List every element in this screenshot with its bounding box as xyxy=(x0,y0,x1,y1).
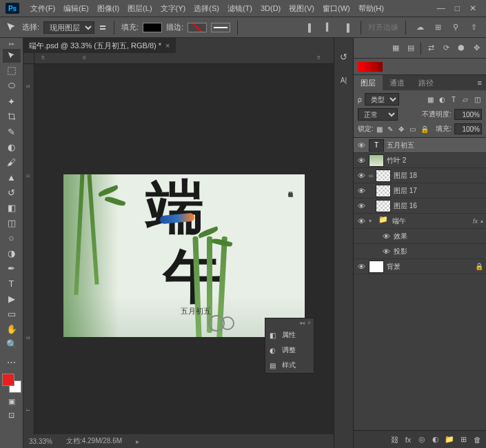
layer-row[interactable]: 👁 图层 16 xyxy=(354,198,486,214)
tab-paths[interactable]: 路径 xyxy=(412,75,441,90)
layer-thumbnail[interactable] xyxy=(369,261,384,273)
zoom-level[interactable]: 33.33% xyxy=(29,438,52,445)
share-icon[interactable]: ⇪ xyxy=(467,21,480,34)
flip-icon[interactable]: ⇄ xyxy=(424,41,438,55)
properties-row[interactable]: ◧属性 xyxy=(265,327,314,343)
visibility-icon[interactable]: 👁 xyxy=(381,247,391,256)
visibility-icon[interactable]: 👁 xyxy=(356,141,366,150)
layer-row[interactable]: 👁 ∞ 图层 18 xyxy=(354,168,486,183)
layer-thumbnail[interactable] xyxy=(376,200,391,212)
layer-style-icon[interactable]: fx xyxy=(402,434,414,446)
lock-all-icon[interactable]: 🔒 xyxy=(421,125,429,133)
layer-name[interactable]: 端午 xyxy=(392,216,470,226)
layer-name[interactable]: 背景 xyxy=(387,262,472,272)
panel-menu-icon[interactable]: ≡ xyxy=(474,75,486,90)
canvas[interactable]: 端 午 五月初五 端午临仲夏时清日复长 xyxy=(63,174,305,337)
layer-row[interactable]: 👁 ▾ 📁 端午 fx ▴ xyxy=(354,214,486,229)
stroke-swatch[interactable] xyxy=(188,23,207,32)
menu-image[interactable]: 图像(I) xyxy=(93,3,123,14)
select-target-dropdown[interactable]: 现用图层 xyxy=(43,21,94,34)
eraser-tool[interactable]: ◧ xyxy=(3,201,21,214)
lock-image-icon[interactable]: ✎ xyxy=(387,125,396,133)
character-panel-icon[interactable]: A| xyxy=(338,74,350,86)
crop-tool[interactable] xyxy=(3,110,21,123)
layer-thumbnail[interactable] xyxy=(376,170,391,182)
menu-3d[interactable]: 3D(D) xyxy=(256,4,285,12)
layer-row[interactable]: 👁 背景 🔒 xyxy=(354,259,486,274)
layer-name[interactable]: 五月初五 xyxy=(387,141,483,150)
styles-row[interactable]: ▤样式 xyxy=(265,358,314,373)
eyedropper-tool[interactable]: ✎ xyxy=(3,125,21,139)
layer-name[interactable]: 图层 18 xyxy=(394,171,483,181)
menu-layer[interactable]: 图层(L) xyxy=(123,3,156,14)
layer-thumbnail[interactable]: T xyxy=(369,139,384,152)
visibility-icon[interactable]: 👁 xyxy=(381,232,391,241)
gradient-tool[interactable]: ◫ xyxy=(3,216,21,230)
menu-window[interactable]: 窗口(W) xyxy=(318,3,354,14)
history-brush-tool[interactable]: ↺ xyxy=(3,185,21,199)
filter-type-icon[interactable]: T xyxy=(449,96,458,103)
visibility-icon[interactable]: 👁 xyxy=(356,187,366,195)
zoom-tool[interactable]: 🔍 xyxy=(3,337,21,351)
filter-smart-icon[interactable]: ◫ xyxy=(472,96,482,103)
visibility-icon[interactable]: 👁 xyxy=(356,263,366,271)
disclosure-icon[interactable]: ▾ xyxy=(369,218,376,224)
dodge-tool[interactable]: ◑ xyxy=(3,246,21,260)
tab-layers[interactable]: 图层 xyxy=(354,75,383,90)
grid-view-icon[interactable]: ▦ xyxy=(389,41,403,55)
clone-stamp-tool[interactable]: ▲ xyxy=(3,170,21,184)
marquee-tool[interactable] xyxy=(3,64,21,78)
move-tool[interactable] xyxy=(3,49,21,63)
toolbox-collapse-icon[interactable]: ▸▸ xyxy=(9,39,14,48)
menu-type[interactable]: 文字(Y) xyxy=(156,3,190,14)
toggle-panel-icon[interactable]: ⊞ xyxy=(431,21,445,34)
new-layer-icon[interactable]: ⊞ xyxy=(457,434,469,446)
layer-thumbnail[interactable] xyxy=(369,154,384,167)
color-ramp[interactable] xyxy=(354,59,486,75)
delete-layer-icon[interactable]: 🗑 xyxy=(471,434,483,446)
quick-mask-icon[interactable]: ▣ xyxy=(4,396,19,407)
3d-icon[interactable]: ⬢ xyxy=(454,41,468,55)
align-center-icon[interactable]: ▍ xyxy=(322,21,336,34)
pen-tool[interactable]: ✒ xyxy=(3,261,21,275)
move-tool-icon[interactable] xyxy=(6,21,18,34)
visibility-icon[interactable]: 👁 xyxy=(356,217,366,225)
rotate-icon[interactable]: ⟳ xyxy=(439,41,453,55)
layer-effect-row[interactable]: 👁 效果 xyxy=(354,229,486,244)
filter-shape-icon[interactable]: ▱ xyxy=(460,96,470,103)
layer-row[interactable]: 👁 图层 17 xyxy=(354,183,486,198)
layer-row[interactable]: 👁 竹叶 2 xyxy=(354,153,486,168)
close-tab-icon[interactable]: × xyxy=(165,41,170,50)
rectangle-tool[interactable]: ▭ xyxy=(3,307,21,320)
edit-toolbar-icon[interactable]: ⋯ xyxy=(3,355,21,369)
adjustments-row[interactable]: ◐调整 xyxy=(265,343,314,358)
layer-name[interactable]: 图层 17 xyxy=(394,186,483,196)
lasso-tool[interactable] xyxy=(3,79,21,93)
blur-tool[interactable]: ○ xyxy=(3,231,21,245)
lock-position-icon[interactable]: ✥ xyxy=(398,125,407,133)
fx-indicator[interactable]: fx xyxy=(473,218,478,225)
select-settings-icon[interactable] xyxy=(99,23,107,32)
tab-channels[interactable]: 通道 xyxy=(383,75,412,90)
menu-filter[interactable]: 滤镜(T) xyxy=(223,3,256,14)
layer-mask-icon[interactable]: ◎ xyxy=(416,434,428,446)
drag-icon[interactable]: ✥ xyxy=(469,41,483,55)
horizontal-ruler[interactable]: 5 0 5 xyxy=(34,53,334,64)
layer-effect-row[interactable]: 👁 投影 xyxy=(354,244,486,259)
stroke-width-icon[interactable] xyxy=(211,23,230,32)
fill-opacity-input[interactable] xyxy=(454,123,482,134)
type-tool[interactable]: T xyxy=(3,276,21,290)
minimize-button[interactable]: — xyxy=(437,3,445,13)
healing-brush-tool[interactable]: ◐ xyxy=(3,140,21,154)
layer-thumbnail[interactable] xyxy=(376,185,391,197)
align-right-icon[interactable]: ▐ xyxy=(340,21,354,34)
adjustment-layer-icon[interactable]: ◐ xyxy=(429,434,442,446)
brush-tool[interactable]: 🖌 xyxy=(3,155,21,169)
filter-pixel-icon[interactable]: ▦ xyxy=(425,96,435,103)
panel-menu-icon[interactable]: ≡ xyxy=(307,320,311,326)
search-icon[interactable]: ⚲ xyxy=(449,21,463,34)
menu-edit[interactable]: 编辑(E) xyxy=(59,3,93,14)
visibility-icon[interactable]: 👁 xyxy=(356,156,366,165)
ruler-origin[interactable] xyxy=(23,53,34,64)
menu-help[interactable]: 帮助(H) xyxy=(354,3,388,14)
